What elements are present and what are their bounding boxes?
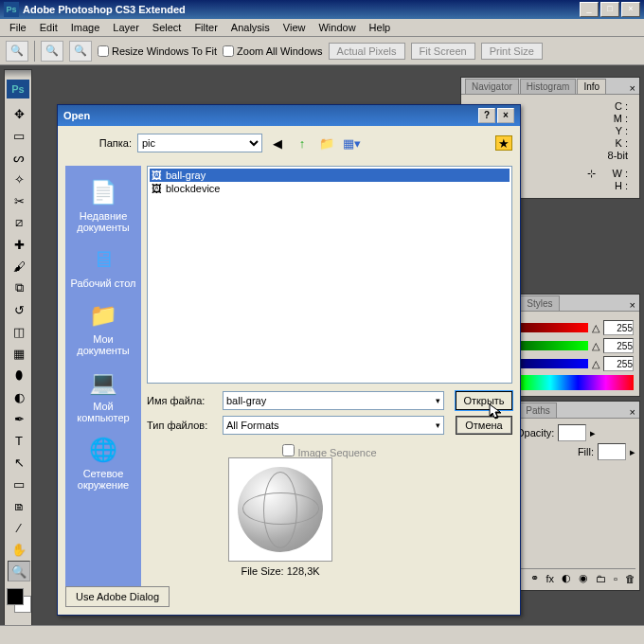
use-adobe-dialog-button[interactable]: Use Adobe Dialog [65,586,170,607]
place-recent[interactable]: 📄Недавние документы [67,171,139,239]
place-network[interactable]: 🌐Сетевое окружение [67,429,139,496]
tab-info[interactable]: Info [577,79,606,94]
favorites-icon[interactable]: ★ [495,135,512,151]
menu-select[interactable]: Select [147,20,188,35]
statusbar [0,625,644,644]
crop-tool[interactable]: ✂ [8,190,30,211]
eyedropper-tool[interactable]: ⁄ [8,517,30,538]
place-desktop[interactable]: 🖥Рабочий стол [67,239,139,295]
open-dialog: Open ? × Папка: pic ◀ ↑ 📁 ▦▾ ★ 📄Недавние… [57,104,521,616]
places-bar: 📄Недавние документы 🖥Рабочий стол 📁Мои д… [65,166,141,607]
zoom-out-icon[interactable]: 🔍 [69,41,92,62]
dialog-titlebar: Open ? × [58,105,520,126]
menu-image[interactable]: Image [65,20,106,35]
folder-icon[interactable]: 🗀 [596,573,606,584]
trash-icon[interactable]: 🗑 [625,573,635,584]
fx-icon[interactable]: fx [546,573,555,584]
hand-tool[interactable]: ✋ [8,539,30,560]
zoom-all-checkbox[interactable]: Zoom All Windows [223,45,322,57]
brush-tool[interactable]: 🖌 [8,256,30,277]
minimize-button[interactable]: _ [580,2,599,17]
dialog-close-button[interactable]: × [497,108,514,123]
open-button[interactable]: Открыть [456,391,512,410]
preview-area: File Size: 128,3K [228,457,332,577]
type-tool[interactable]: T [8,430,30,451]
link-icon[interactable]: ⚭ [530,572,539,584]
color-swatches[interactable] [5,584,31,617]
menu-layer[interactable]: Layer [107,20,145,35]
new-folder-icon[interactable]: 📁 [317,134,336,152]
opacity-input[interactable] [558,424,586,441]
zoom-in-icon[interactable]: 🔍 [41,41,63,62]
close-button[interactable]: × [621,2,640,17]
fill-input[interactable] [598,443,626,460]
zoom-tool-indicator[interactable]: 🔍 [6,41,28,62]
new-icon[interactable]: ▫ [614,573,617,584]
menu-edit[interactable]: Edit [34,20,63,35]
marquee-tool[interactable]: ▭ [8,125,30,146]
tab-histogram[interactable]: Histogram [520,79,577,94]
place-computer[interactable]: 💻Мой компьютер [67,362,139,429]
shape-tool[interactable]: ▭ [8,474,30,494]
notes-tool[interactable]: 🗈 [8,495,30,516]
panel-close-icon[interactable]: × [626,82,639,94]
filetype-select[interactable]: All Formats [223,416,444,435]
list-item[interactable]: 🖼blockdevice [150,182,510,195]
cursor-icon [489,403,502,420]
actual-pixels-button[interactable]: Actual Pixels [329,43,405,60]
zoom-tool[interactable]: 🔍 [8,561,30,581]
stamp-tool[interactable]: ⧉ [8,277,30,298]
blur-tool[interactable]: ⬮ [8,365,30,385]
panel-close-icon[interactable]: × [626,299,639,311]
menu-analysis[interactable]: Analysis [225,20,276,35]
print-size-button[interactable]: Print Size [481,43,543,60]
menu-file[interactable]: File [4,20,32,35]
ps-icon: Ps [4,2,19,17]
views-icon[interactable]: ▦▾ [342,134,361,152]
fit-screen-button[interactable]: Fit Screen [411,43,475,60]
file-list[interactable]: 🖼ball-gray 🖼blockdevice [147,166,512,384]
image-icon: 🖼 [152,170,162,181]
heal-tool[interactable]: ✚ [8,234,30,255]
b-input[interactable] [603,356,634,371]
menu-view[interactable]: View [277,20,312,35]
resize-windows-checkbox[interactable]: Resize Windows To Fit [98,45,217,57]
dialog-help-button[interactable]: ? [478,108,495,123]
menu-help[interactable]: Help [364,20,397,35]
back-icon[interactable]: ◀ [268,134,287,152]
wand-tool[interactable]: ✧ [8,169,30,189]
tab-navigator[interactable]: Navigator [465,79,519,94]
r-input[interactable] [603,320,634,335]
slice-tool[interactable]: ⧄ [8,212,30,233]
menu-window[interactable]: Window [313,20,361,35]
adjust-icon[interactable]: ◉ [579,572,588,584]
ball-preview-icon [238,467,323,552]
up-icon[interactable]: ↑ [293,134,312,152]
maximize-button[interactable]: □ [600,2,619,17]
folder-select[interactable]: pic [137,134,262,152]
move-tool[interactable]: ✥ [8,103,30,124]
menubar: File Edit Image Layer Select Filter Anal… [0,19,644,37]
image-sequence-checkbox[interactable] [282,444,295,456]
place-documents[interactable]: 📁Мои документы [67,295,139,362]
path-tool[interactable]: ↖ [8,452,30,473]
filename-input[interactable]: ball-gray [223,391,444,410]
cancel-button[interactable]: Отмена [456,416,512,435]
gradient-tool[interactable]: ▦ [8,343,30,364]
preview-thumbnail [228,457,332,562]
menu-filter[interactable]: Filter [188,20,223,35]
foreground-swatch[interactable] [7,588,24,605]
panel-close-icon[interactable]: × [626,406,639,418]
tab-styles[interactable]: Styles [520,295,559,311]
options-bar: 🔍 🔍 🔍 Resize Windows To Fit Zoom All Win… [0,37,644,65]
eraser-tool[interactable]: ◫ [8,321,30,342]
toolbox: Ps ✥ ▭ ᔕ ✧ ✂ ⧄ ✚ 🖌 ⧉ ↺ ◫ ▦ ⬮ ◐ ✒ T ↖ ▭ 🗈… [4,69,32,644]
g-input[interactable] [603,338,634,353]
list-item[interactable]: 🖼ball-gray [150,169,510,182]
mask-icon[interactable]: ◐ [562,572,571,584]
dodge-tool[interactable]: ◐ [8,386,30,407]
lasso-tool[interactable]: ᔕ [8,147,30,168]
tab-paths[interactable]: Paths [519,402,557,418]
pen-tool[interactable]: ✒ [8,408,30,429]
history-brush-tool[interactable]: ↺ [8,299,30,320]
